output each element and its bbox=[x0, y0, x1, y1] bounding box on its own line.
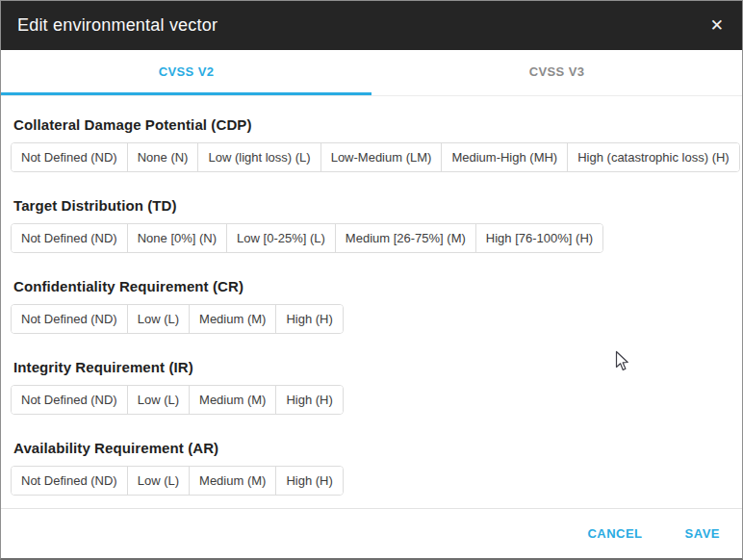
section-ar: Availability Requirement (AR) Not Define… bbox=[11, 440, 732, 496]
option-button[interactable]: High (catastrophic loss) (H) bbox=[567, 143, 739, 171]
section-title-cdp: Collateral Damage Potential (CDP) bbox=[13, 116, 732, 133]
option-button[interactable]: High (H) bbox=[275, 467, 342, 495]
option-button[interactable]: Low-Medium (LM) bbox=[320, 143, 442, 171]
option-button[interactable]: Not Defined (ND) bbox=[12, 386, 127, 414]
dialog-content: Collateral Damage Potential (CDP) Not De… bbox=[1, 96, 742, 508]
section-cdp: Collateral Damage Potential (CDP) Not De… bbox=[11, 116, 732, 172]
cancel-button[interactable]: CANCEL bbox=[578, 519, 651, 548]
tab-bar: CVSS V2 CVSS V3 bbox=[1, 50, 742, 96]
save-button[interactable]: SAVE bbox=[677, 519, 729, 548]
section-title-ar: Availability Requirement (AR) bbox=[13, 440, 732, 456]
tab-cvss-v3[interactable]: CVSS V3 bbox=[372, 50, 742, 95]
option-button[interactable]: Not Defined (ND) bbox=[12, 224, 127, 252]
option-button[interactable]: None (N) bbox=[127, 143, 198, 171]
tab-cvss-v2[interactable]: CVSS V2 bbox=[1, 50, 372, 95]
option-button[interactable]: Low [0-25%] (L) bbox=[226, 224, 335, 252]
option-button[interactable]: Medium [26-75%] (M) bbox=[335, 224, 475, 252]
ar-option-group: Not Defined (ND) Low (L) Medium (M) High… bbox=[11, 466, 344, 496]
option-button[interactable]: Medium (M) bbox=[189, 305, 275, 333]
dialog-title: Edit environmental vector bbox=[17, 15, 708, 36]
option-button[interactable]: None [0%] (N) bbox=[127, 224, 226, 252]
dialog-header: Edit environmental vector ✕ bbox=[1, 1, 742, 50]
section-cr: Confidentiality Requirement (CR) Not Def… bbox=[11, 278, 732, 334]
section-title-cr: Confidentiality Requirement (CR) bbox=[13, 278, 732, 294]
option-button[interactable]: Not Defined (ND) bbox=[12, 467, 127, 495]
dialog-footer: CANCEL SAVE bbox=[1, 508, 742, 558]
close-icon[interactable]: ✕ bbox=[708, 13, 726, 38]
option-button[interactable]: Medium (M) bbox=[189, 467, 275, 495]
section-td: Target Distribution (TD) Not Defined (ND… bbox=[11, 197, 732, 253]
cr-option-group: Not Defined (ND) Low (L) Medium (M) High… bbox=[11, 304, 344, 334]
option-button[interactable]: High (H) bbox=[275, 305, 342, 333]
option-button[interactable]: Low (L) bbox=[127, 386, 189, 414]
section-ir: Integrity Requirement (IR) Not Defined (… bbox=[11, 359, 732, 415]
option-button[interactable]: Low (L) bbox=[127, 467, 189, 495]
edit-environmental-vector-dialog: Edit environmental vector ✕ CVSS V2 CVSS… bbox=[0, 0, 743, 560]
option-button[interactable]: Low (L) bbox=[127, 305, 189, 333]
ir-option-group: Not Defined (ND) Low (L) Medium (M) High… bbox=[11, 385, 344, 415]
option-button[interactable]: Low (light loss) (L) bbox=[197, 143, 320, 171]
td-option-group: Not Defined (ND) None [0%] (N) Low [0-25… bbox=[11, 223, 603, 253]
option-button[interactable]: High (H) bbox=[275, 386, 342, 414]
option-button[interactable]: Not Defined (ND) bbox=[12, 143, 127, 171]
option-button[interactable]: Medium (M) bbox=[189, 386, 275, 414]
option-button[interactable]: Not Defined (ND) bbox=[12, 305, 127, 333]
section-title-td: Target Distribution (TD) bbox=[13, 197, 732, 214]
option-button[interactable]: High [76-100%] (H) bbox=[475, 224, 602, 252]
section-title-ir: Integrity Requirement (IR) bbox=[13, 359, 732, 375]
option-button[interactable]: Medium-High (MH) bbox=[441, 143, 567, 171]
cdp-option-group: Not Defined (ND) None (N) Low (light los… bbox=[11, 142, 740, 172]
